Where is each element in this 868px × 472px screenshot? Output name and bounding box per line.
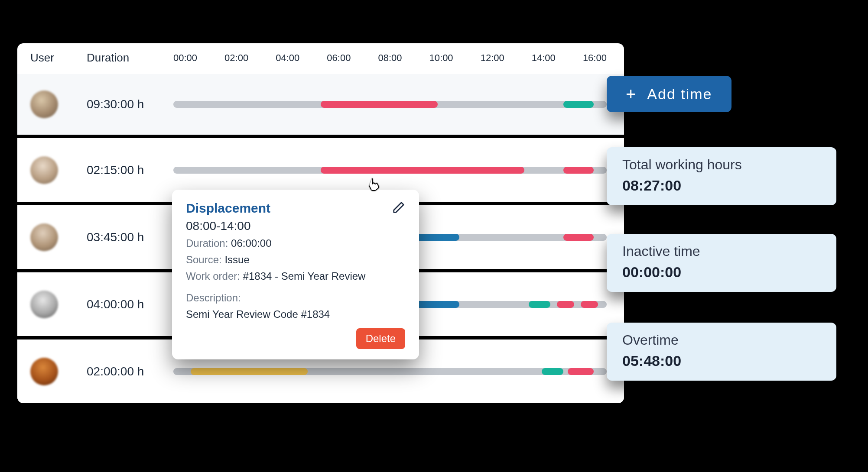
- stat-value: 05:48:00: [622, 352, 821, 369]
- popover-workorder-label: Work order:: [186, 270, 240, 282]
- stat-value: 00:00:00: [622, 264, 821, 281]
- stat-card-total-hours: Total working hours 08:27:00: [607, 147, 836, 205]
- duration-cell: 04:00:00 h: [87, 297, 173, 311]
- time-segment[interactable]: [416, 234, 459, 241]
- time-segment[interactable]: [321, 167, 524, 174]
- tick-label: 04:00: [276, 52, 299, 64]
- tick-label: 06:00: [327, 52, 351, 64]
- stat-label: Overtime: [622, 332, 821, 348]
- avatar: [30, 156, 58, 184]
- tick-label: 14:00: [532, 52, 556, 64]
- duration-cell: 02:00:00 h: [87, 365, 173, 378]
- timeline-track[interactable]: [173, 101, 607, 108]
- user-cell: [30, 358, 87, 385]
- time-segment[interactable]: [191, 368, 308, 375]
- popover-title: Displacement: [186, 201, 270, 216]
- timeline-cell: [173, 167, 611, 174]
- time-segment[interactable]: [563, 101, 594, 108]
- time-segment[interactable]: [557, 301, 574, 308]
- timeline-track[interactable]: [173, 167, 607, 174]
- time-segment[interactable]: [581, 301, 598, 308]
- timeline-cell: [173, 368, 611, 375]
- plus-icon: +: [626, 85, 637, 103]
- edit-icon[interactable]: [392, 201, 405, 216]
- stat-value: 08:27:00: [622, 177, 821, 194]
- tick-label: 02:00: [224, 52, 248, 64]
- column-header-user: User: [30, 51, 87, 65]
- add-time-button[interactable]: + Add time: [607, 76, 731, 112]
- time-segment[interactable]: [568, 368, 594, 375]
- time-segment[interactable]: [416, 301, 459, 308]
- popover-workorder-value: #1834 - Semi Year Review: [243, 270, 366, 282]
- time-segment[interactable]: [529, 301, 550, 308]
- tick-label: 08:00: [378, 52, 402, 64]
- duration-cell: 09:30:00 h: [87, 97, 173, 111]
- avatar: [30, 91, 58, 118]
- timeline-ticks: 00:00 02:00 04:00 06:00 08:00 10:00 12:0…: [173, 52, 611, 64]
- time-segment[interactable]: [321, 101, 438, 108]
- user-cell: [30, 156, 87, 184]
- timeline-cell: [173, 101, 611, 108]
- add-time-label: Add time: [647, 86, 712, 103]
- tick-label: 12:00: [481, 52, 504, 64]
- table-row: 09:30:00 h: [17, 74, 624, 135]
- pointer-cursor-icon: [367, 178, 380, 194]
- duration-cell: 03:45:00 h: [87, 230, 173, 244]
- user-cell: [30, 91, 87, 118]
- popover-source-value: Issue: [224, 254, 249, 265]
- stat-card-overtime: Overtime 05:48:00: [607, 323, 836, 381]
- column-header-duration: Duration: [87, 51, 173, 65]
- popover-source-label: Source:: [186, 254, 222, 265]
- popover-duration-value: 06:00:00: [231, 237, 271, 249]
- popover-description-label: Description:: [186, 292, 405, 304]
- stat-label: Inactive time: [622, 243, 821, 259]
- time-segment[interactable]: [563, 234, 594, 241]
- avatar: [30, 291, 58, 318]
- stat-label: Total working hours: [622, 157, 821, 173]
- tick-label: 10:00: [429, 52, 453, 64]
- time-segment[interactable]: [542, 368, 563, 375]
- user-cell: [30, 223, 87, 251]
- tick-label: 00:00: [173, 52, 197, 64]
- segment-popover: Displacement 08:00-14:00 Duration: 06:00…: [172, 190, 419, 359]
- time-segment[interactable]: [563, 167, 594, 174]
- avatar: [30, 223, 58, 251]
- user-cell: [30, 291, 87, 318]
- timesheet-header: User Duration 00:00 02:00 04:00 06:00 08…: [17, 43, 624, 74]
- avatar: [30, 358, 58, 385]
- stat-card-inactive-time: Inactive time 00:00:00: [607, 234, 836, 292]
- delete-button[interactable]: Delete: [356, 328, 405, 349]
- timeline-track[interactable]: [173, 368, 607, 375]
- popover-duration-label: Duration:: [186, 237, 228, 249]
- popover-time-range: 08:00-14:00: [186, 219, 405, 233]
- duration-cell: 02:15:00 h: [87, 163, 173, 177]
- popover-description-value: Semi Year Review Code #1834: [186, 308, 405, 320]
- tick-label: 16:00: [583, 52, 607, 64]
